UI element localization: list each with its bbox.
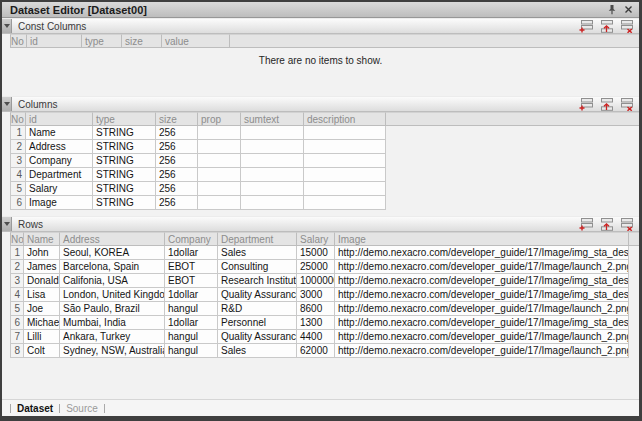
pin-icon[interactable] xyxy=(606,4,618,16)
cell[interactable]: 6 xyxy=(10,316,24,330)
table-row[interactable]: 3CompanySTRING256 xyxy=(10,154,639,168)
delete-row-icon[interactable] xyxy=(618,19,633,33)
cell[interactable]: Personnel xyxy=(218,316,297,330)
cell[interactable]: Mumbai, India xyxy=(60,316,165,330)
tab-source[interactable]: Source xyxy=(66,403,98,414)
cell[interactable]: Donald xyxy=(24,274,60,288)
cell[interactable]: 1000000 xyxy=(297,274,335,288)
cell[interactable]: John xyxy=(24,246,60,260)
column-header-size[interactable]: size xyxy=(122,34,162,48)
column-header-no[interactable]: No xyxy=(10,34,27,48)
cell[interactable]: Lilli xyxy=(24,330,60,344)
cell[interactable] xyxy=(241,154,304,168)
column-header-department[interactable]: Department xyxy=(218,232,297,246)
cell[interactable]: 15000 xyxy=(297,246,335,260)
column-header-prop[interactable]: prop xyxy=(198,112,241,126)
cell[interactable]: 1 xyxy=(10,126,26,140)
cell[interactable]: 5 xyxy=(10,182,26,196)
cell[interactable]: 8 xyxy=(10,344,24,358)
table-row[interactable]: 4DepartmentSTRING256 xyxy=(10,168,639,182)
cell[interactable]: Department xyxy=(26,168,93,182)
collapse-const-columns-button[interactable] xyxy=(2,19,12,33)
insert-row-icon[interactable] xyxy=(598,217,613,231)
column-header-company[interactable]: Company xyxy=(165,232,218,246)
cell[interactable]: STRING xyxy=(93,168,156,182)
cell[interactable]: 256 xyxy=(156,126,198,140)
column-header-salary[interactable]: Salary xyxy=(297,232,335,246)
add-row-icon[interactable] xyxy=(578,97,593,111)
cell[interactable] xyxy=(198,126,241,140)
cell[interactable]: 1dollar xyxy=(165,288,218,302)
table-row[interactable]: 1NameSTRING256 xyxy=(10,126,639,140)
cell[interactable] xyxy=(304,126,386,140)
cell[interactable]: Colt xyxy=(24,344,60,358)
collapse-columns-button[interactable] xyxy=(2,97,12,111)
column-header-type[interactable]: type xyxy=(82,34,122,48)
cell[interactable]: Quality Assurance xyxy=(218,330,297,344)
cell[interactable]: hangul xyxy=(165,302,218,316)
add-row-icon[interactable] xyxy=(578,19,593,33)
cell[interactable]: 256 xyxy=(156,168,198,182)
cell[interactable]: 1dollar xyxy=(165,246,218,260)
titlebar[interactable]: Dataset Editor [Dataset00] xyxy=(2,2,639,18)
cell[interactable]: http://demo.nexacro.com/developer_guide/… xyxy=(335,302,629,316)
cell[interactable] xyxy=(241,168,304,182)
cell[interactable]: EBOT xyxy=(165,274,218,288)
cell[interactable]: Joe xyxy=(24,302,60,316)
cell[interactable]: Quality Assurance xyxy=(218,288,297,302)
cell[interactable] xyxy=(304,196,386,210)
cell[interactable]: Sales xyxy=(218,246,297,260)
cell[interactable]: 4400 xyxy=(297,330,335,344)
cell[interactable]: 3 xyxy=(10,274,24,288)
delete-row-icon[interactable] xyxy=(618,97,633,111)
column-header-id[interactable]: id xyxy=(27,34,82,48)
cell[interactable] xyxy=(304,154,386,168)
cell[interactable]: 256 xyxy=(156,154,198,168)
cell[interactable]: Lisa xyxy=(24,288,60,302)
cell[interactable]: Ankara, Turkey xyxy=(60,330,165,344)
table-row[interactable]: 3DonaldCalifonia, USAEBOTResearch Instit… xyxy=(10,274,639,288)
column-header-image[interactable]: Image xyxy=(335,232,629,246)
cell[interactable]: http://demo.nexacro.com/developer_guide/… xyxy=(335,274,629,288)
column-header-id[interactable]: id xyxy=(26,112,93,126)
table-row[interactable]: 6MichaelMumbai, India1dollarPersonnel130… xyxy=(10,316,639,330)
cell[interactable]: 6 xyxy=(10,196,26,210)
column-header-size[interactable]: size xyxy=(156,112,198,126)
cell[interactable] xyxy=(241,126,304,140)
table-row[interactable]: 7LilliAnkara, TurkeyhangulQuality Assura… xyxy=(10,330,639,344)
cell[interactable]: STRING xyxy=(93,196,156,210)
cell[interactable]: 3000 xyxy=(297,288,335,302)
cell[interactable] xyxy=(198,182,241,196)
cell[interactable]: 1 xyxy=(10,246,24,260)
cell[interactable]: Califonia, USA xyxy=(60,274,165,288)
table-row[interactable]: 6ImageSTRING256 xyxy=(10,196,639,210)
cell[interactable]: STRING xyxy=(93,182,156,196)
cell[interactable]: 2 xyxy=(10,140,26,154)
cell[interactable]: http://demo.nexacro.com/developer_guide/… xyxy=(335,330,629,344)
cell[interactable]: STRING xyxy=(93,154,156,168)
column-header-value[interactable]: value xyxy=(162,34,230,48)
cell[interactable]: 4 xyxy=(10,168,26,182)
cell[interactable]: Salary xyxy=(26,182,93,196)
cell[interactable]: hangul xyxy=(165,330,218,344)
cell[interactable]: Consulting xyxy=(218,260,297,274)
column-header-name[interactable]: Name xyxy=(24,232,60,246)
cell[interactable]: 8600 xyxy=(297,302,335,316)
table-row[interactable]: 1JohnSeoul, KOREA1dollarSales15000http:/… xyxy=(10,246,639,260)
cell[interactable] xyxy=(241,140,304,154)
table-row[interactable]: 8ColtSydney, NSW, AustraliahangulSales62… xyxy=(10,344,639,358)
cell[interactable]: Seoul, KOREA xyxy=(60,246,165,260)
cell[interactable] xyxy=(241,182,304,196)
collapse-rows-button[interactable] xyxy=(2,217,12,231)
column-header-address[interactable]: Address xyxy=(60,232,165,246)
cell[interactable] xyxy=(241,196,304,210)
cell[interactable]: Barcelona, Spain xyxy=(60,260,165,274)
cell[interactable]: Image xyxy=(26,196,93,210)
cell[interactable]: 7 xyxy=(10,330,24,344)
column-header-type[interactable]: type xyxy=(93,112,156,126)
cell[interactable]: 4 xyxy=(10,288,24,302)
table-row[interactable]: 2JamesBarcelona, SpainEBOTConsulting2500… xyxy=(10,260,639,274)
cell[interactable] xyxy=(304,182,386,196)
cell[interactable]: 25000 xyxy=(297,260,335,274)
table-row[interactable]: 4LisaLondon, United Kingdom1dollarQualit… xyxy=(10,288,639,302)
